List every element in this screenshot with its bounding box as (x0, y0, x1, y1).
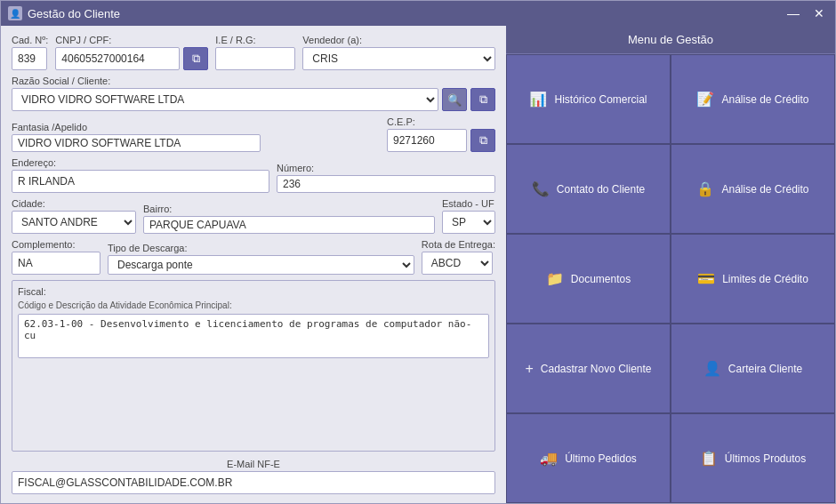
endereco-input[interactable] (12, 170, 269, 193)
ie-label: I.E / R.G: (215, 35, 295, 45)
row-cad: Cad. Nº: CNPJ / CPF: ⧉ I.E / R.G: Vended… (12, 35, 495, 70)
group-cnpj: CNPJ / CPF: ⧉ (55, 35, 208, 70)
cnpj-label: CNPJ / CPF: (55, 35, 208, 45)
row-complemento: Complemento: Tipo de Descarga: Descarga … (12, 239, 495, 275)
window-title: Gestão do Cliente (28, 7, 120, 20)
cnpj-input[interactable] (55, 47, 180, 70)
window-icon: 👤 (8, 6, 22, 20)
fantasia-label: Fantasia /Apelido (12, 122, 380, 132)
menu-icon-limites-credito: 💳 (697, 270, 715, 287)
rota-label: Rota de Entrega: (422, 239, 495, 250)
cidade-select[interactable]: SANTO ANDRE (12, 211, 136, 234)
cep-label: C.E.P: (387, 116, 495, 127)
fiscal-section: Fiscal: Código e Descrição da Atividade … (12, 280, 495, 452)
numero-label: Número: (277, 163, 495, 173)
menu-label-analise-credito-2: Análise de Crédito (721, 183, 808, 196)
menu-label-ultimos-produtos: Últimos Produtos (725, 452, 806, 465)
menu-item-limites-credito[interactable]: 💳Limites de Crédito (671, 234, 835, 324)
group-cidade: Cidade: SANTO ANDRE (12, 198, 136, 234)
complemento-label: Complemento: (12, 239, 100, 250)
menu-icon-carteira-cliente: 👤 (703, 360, 721, 377)
menu-label-carteira-cliente: Carteira Cliente (728, 363, 802, 375)
menu-icon-documentos: 📁 (546, 270, 564, 287)
menu-item-analise-credito-1[interactable]: 📝Análise de Crédito (671, 54, 835, 144)
cnpj-copy-button[interactable]: ⧉ (183, 47, 208, 70)
menu-label-cadastrar-novo-cliente: Cadastrar Novo Cliente (541, 363, 652, 375)
group-tipo-descarga: Tipo de Descarga: Descarga ponte (108, 243, 414, 275)
menu-grid: 📊Histórico Comercial📝Análise de Crédito📞… (506, 54, 835, 503)
content-area: Cad. Nº: CNPJ / CPF: ⧉ I.E / R.G: Vended… (1, 26, 835, 503)
group-rota: Rota de Entrega: ABCD (422, 239, 495, 275)
group-cad: Cad. Nº: (12, 35, 48, 70)
numero-input[interactable] (277, 175, 495, 193)
razao-label: Razão Social / Cliente: (12, 76, 495, 86)
menu-label-historico-comercial: Histórico Comercial (554, 93, 647, 106)
bairro-input[interactable] (143, 216, 435, 234)
title-bar-controls: — ✕ (784, 7, 828, 20)
row-cidade: Cidade: SANTO ANDRE Bairro: Estado - UF … (12, 198, 495, 234)
email-label: E-Mail NF-E (12, 459, 495, 469)
vendedor-select[interactable]: CRIS (302, 47, 495, 70)
group-razao: Razão Social / Cliente: VIDRO VIDRO SOFT… (12, 76, 495, 111)
close-button[interactable]: ✕ (810, 7, 828, 20)
main-window: 👤 Gestão do Cliente — ✕ Cad. Nº: CNPJ / … (0, 0, 836, 504)
razao-copy-button[interactable]: ⧉ (470, 88, 495, 111)
menu-item-ultimo-pedidos[interactable]: 🚚Último Pedidos (506, 413, 671, 503)
menu-label-contato-cliente: Contato do Cliente (557, 183, 645, 196)
menu-title: Menu de Gestão (506, 26, 835, 54)
email-section: E-Mail NF-E (12, 459, 495, 494)
menu-label-limites-credito: Limites de Crédito (722, 273, 808, 285)
estado-select[interactable]: SP (442, 211, 495, 234)
menu-icon-ultimos-produtos: 📋 (700, 450, 718, 467)
group-complemento: Complemento: (12, 239, 100, 275)
cad-label: Cad. Nº: (12, 35, 48, 45)
menu-item-historico-comercial[interactable]: 📊Histórico Comercial (506, 54, 671, 144)
row-razao: Razão Social / Cliente: VIDRO VIDRO SOFT… (12, 76, 495, 111)
menu-label-analise-credito-1: Análise de Crédito (721, 93, 808, 106)
cad-input[interactable] (12, 47, 47, 70)
razao-search-button[interactable]: 🔍 (442, 88, 467, 111)
menu-item-cadastrar-novo-cliente[interactable]: +Cadastrar Novo Cliente (506, 324, 671, 413)
complemento-input[interactable] (12, 252, 100, 275)
title-bar-left: 👤 Gestão do Cliente (8, 6, 120, 20)
left-panel: Cad. Nº: CNPJ / CPF: ⧉ I.E / R.G: Vended… (1, 26, 506, 503)
estado-label: Estado - UF (442, 198, 495, 209)
menu-item-ultimos-produtos[interactable]: 📋Últimos Produtos (671, 413, 835, 503)
tipo-descarga-select[interactable]: Descarga ponte (108, 255, 414, 275)
menu-icon-cadastrar-novo-cliente: + (525, 361, 533, 377)
fiscal-title: Fiscal: (18, 286, 489, 297)
menu-item-documentos[interactable]: 📁Documentos (506, 234, 671, 324)
cep-input[interactable] (387, 129, 467, 152)
cep-copy-button[interactable]: ⧉ (470, 129, 495, 152)
email-input[interactable] (12, 471, 495, 494)
row-fantasia: Fantasia /Apelido C.E.P: ⧉ (12, 116, 495, 152)
menu-item-carteira-cliente[interactable]: 👤Carteira Cliente (671, 324, 835, 413)
menu-icon-contato-cliente: 📞 (532, 180, 550, 197)
cidade-label: Cidade: (12, 198, 136, 209)
rota-select[interactable]: ABCD (422, 252, 493, 275)
bairro-label: Bairro: (143, 204, 435, 214)
menu-icon-analise-credito-2: 🔒 (696, 180, 714, 197)
row-endereco: Endereço: Número: (12, 157, 495, 193)
group-endereco: Endereço: (12, 157, 269, 193)
fiscal-textarea[interactable] (18, 314, 489, 358)
endereco-label: Endereço: (12, 157, 269, 168)
razao-select[interactable]: VIDRO VIDRO SOFTWARE LTDA (12, 88, 438, 111)
menu-item-analise-credito-2[interactable]: 🔒Análise de Crédito (671, 144, 835, 234)
menu-label-documentos: Documentos (571, 273, 631, 285)
menu-item-contato-cliente[interactable]: 📞Contato do Cliente (506, 144, 671, 234)
group-estado: Estado - UF SP (442, 198, 495, 234)
fiscal-sub-label: Código e Descrição da Atividade Econômic… (18, 300, 489, 310)
group-fantasia: Fantasia /Apelido (12, 122, 380, 152)
title-bar: 👤 Gestão do Cliente — ✕ (1, 1, 835, 26)
fantasia-input[interactable] (12, 134, 261, 152)
ie-input[interactable] (215, 47, 295, 70)
menu-label-ultimo-pedidos: Último Pedidos (565, 452, 637, 465)
minimize-button[interactable]: — (784, 7, 803, 20)
vendedor-label: Vendedor (a): (302, 35, 495, 45)
right-panel: Menu de Gestão 📊Histórico Comercial📝Anál… (506, 26, 835, 503)
group-vendedor: Vendedor (a): CRIS (302, 35, 495, 70)
tipo-descarga-label: Tipo de Descarga: (108, 243, 414, 253)
group-bairro: Bairro: (143, 204, 435, 234)
group-numero: Número: (277, 163, 495, 193)
